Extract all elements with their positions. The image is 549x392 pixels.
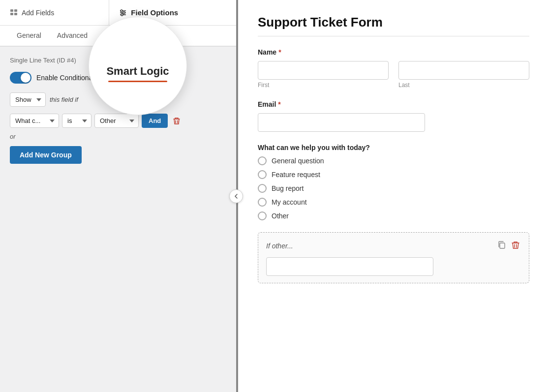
radio-circle — [258, 156, 267, 165]
copy-field-button[interactable] — [496, 240, 507, 252]
smart-logic-tab[interactable]: Smart Logic — [106, 65, 169, 78]
this-field-if-label: this field if — [50, 96, 78, 103]
svg-rect-3 — [14, 13, 17, 15]
first-name-input[interactable] — [258, 61, 389, 80]
radio-option-bug-report[interactable]: Bug report — [258, 184, 529, 193]
what-col-select[interactable]: What c... — [10, 114, 59, 128]
tab-advanced[interactable]: Advanced — [50, 26, 94, 47]
tab-general[interactable]: General — [10, 26, 48, 47]
first-name-col: First — [258, 61, 389, 89]
other-select[interactable]: Other — [94, 114, 139, 128]
last-sublabel: Last — [398, 82, 529, 89]
grid-icon — [10, 9, 18, 17]
chevron-left-icon — [234, 194, 239, 199]
left-panel: Add Fields Field Options General Advance… — [0, 0, 236, 392]
form-title: Support Ticket Form — [258, 15, 529, 36]
email-input[interactable] — [258, 113, 425, 132]
radio-option-other[interactable]: Other — [258, 211, 529, 220]
radio-option-my-account[interactable]: My account — [258, 198, 529, 207]
and-button[interactable]: And — [142, 114, 168, 128]
email-field-group: Email * — [258, 100, 529, 132]
svg-point-9 — [121, 14, 123, 16]
svg-rect-2 — [10, 13, 13, 15]
show-select[interactable]: Show — [10, 92, 46, 107]
sliders-icon — [119, 9, 127, 17]
if-other-header: If other... — [266, 240, 521, 252]
radio-circle — [258, 211, 267, 220]
collapse-panel-handle[interactable] — [229, 189, 243, 203]
trash-icon — [173, 117, 181, 125]
tabs-row: General Advanced Smart Logic — [0, 26, 236, 47]
last-name-input[interactable] — [398, 61, 529, 80]
help-topic-label: What can we help you with today? — [258, 144, 529, 151]
svg-point-7 — [121, 10, 122, 12]
add-fields-label: Add Fields — [22, 9, 54, 17]
if-other-box: If other... — [258, 232, 529, 283]
last-name-col: Last — [398, 61, 529, 89]
condition-logic-row: What c... is Other And — [10, 114, 226, 128]
delete-condition-button[interactable] — [171, 115, 183, 127]
name-required-star: * — [278, 48, 281, 56]
smart-logic-circle: Smart Logic — [89, 17, 187, 115]
conditional-logic-toggle[interactable] — [10, 72, 31, 84]
copy-icon — [497, 241, 506, 249]
radio-option-feature-request[interactable]: Feature request — [258, 170, 529, 179]
name-fields-row: First Last — [258, 61, 529, 89]
if-other-label: If other... — [266, 242, 293, 250]
radio-option-general-question[interactable]: General question — [258, 156, 529, 165]
svg-rect-10 — [500, 243, 505, 248]
right-panel: Support Ticket Form Name * First Last Em… — [236, 0, 549, 392]
svg-rect-0 — [10, 9, 13, 12]
name-label: Name * — [258, 48, 529, 56]
add-new-group-button[interactable]: Add New Group — [10, 146, 82, 164]
radio-circle — [258, 184, 267, 193]
radio-circle — [258, 170, 267, 179]
if-other-actions — [496, 240, 521, 252]
email-label: Email * — [258, 100, 529, 108]
add-fields-tab[interactable]: Add Fields — [0, 0, 109, 25]
smart-logic-underline — [108, 81, 167, 82]
name-field-group: Name * First Last — [258, 48, 529, 89]
field-options-label: Field Options — [131, 8, 178, 17]
trash-icon — [511, 241, 520, 249]
or-label: or — [10, 133, 226, 140]
svg-point-8 — [123, 12, 125, 14]
svg-rect-1 — [14, 9, 17, 12]
email-required-star: * — [278, 100, 280, 108]
is-select[interactable]: is — [62, 114, 92, 128]
if-other-input[interactable] — [266, 257, 433, 276]
first-sublabel: First — [258, 82, 389, 89]
radio-group: General question Feature request Bug rep… — [258, 156, 529, 220]
radio-circle — [258, 198, 267, 207]
help-topic-field-group: What can we help you with today? General… — [258, 144, 529, 220]
delete-field-button[interactable] — [510, 240, 521, 252]
